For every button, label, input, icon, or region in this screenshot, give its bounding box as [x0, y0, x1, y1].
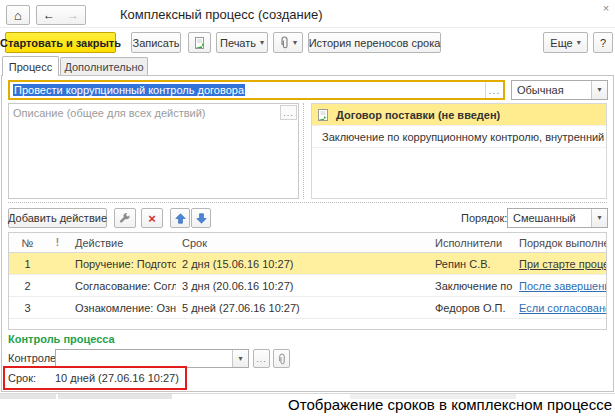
cell-action: Согласование: Согласова...: [69, 280, 176, 292]
table-header-row: № ! Действие Срок Исполнители Порядок вы…: [9, 233, 606, 253]
controller-open-button[interactable]: [273, 349, 290, 368]
paperclip-icon: [277, 353, 286, 365]
chevron-down-icon: ▾: [577, 39, 581, 47]
order-select[interactable]: Смешанный ▾: [507, 208, 608, 228]
horizontal-splitter[interactable]: [8, 202, 607, 206]
paperclip-icon: [279, 36, 289, 49]
tab-additional[interactable]: Дополнительно: [60, 57, 148, 76]
chevron-down-icon: ▾: [260, 39, 264, 47]
start-and-close-button[interactable]: Стартовать и закрыть: [5, 32, 116, 53]
home-button[interactable]: ⌂: [6, 5, 30, 25]
cell-num: 2: [9, 280, 46, 292]
subject-label: Заключение по коррупционному контролю, в…: [322, 131, 606, 143]
process-name-text: Провести коррупционный контроль договора: [10, 84, 485, 96]
term-history-button[interactable]: История переносов срока: [308, 32, 441, 53]
cell-term: 3 дня (20.06.16 10:27): [176, 280, 429, 292]
table-empty-area: [9, 319, 606, 329]
cell-term: 5 дней (27.06.16 10:27): [176, 302, 429, 314]
selected-text: Провести коррупционный контроль договора: [13, 84, 245, 96]
print-label: Печать: [220, 37, 256, 49]
order-label: Порядок:: [461, 212, 507, 224]
tab-process[interactable]: Процесс: [2, 56, 59, 76]
chevron-down-icon: ▾: [597, 214, 601, 222]
chevron-down-icon: ▾: [597, 86, 601, 94]
print-button[interactable]: Печать ▾: [216, 32, 268, 53]
col-performers: Исполнители: [429, 237, 513, 249]
order-link[interactable]: После завершения 1: [519, 280, 606, 292]
description-placeholder: Описание (общее для всех действий): [13, 107, 205, 119]
cell-action: Поручение: Подготовить ...: [69, 258, 176, 270]
cell-performers: Федоров О.П.: [429, 302, 513, 314]
move-down-button[interactable]: [191, 208, 211, 228]
forward-button[interactable]: →: [61, 5, 86, 25]
page-title: Комплексный процесс (создание): [120, 7, 323, 22]
process-name-input[interactable]: Провести коррупционный контроль договора…: [8, 80, 505, 100]
importance-select[interactable]: Обычная ▾: [511, 80, 608, 100]
more-button[interactable]: Еще ▾: [543, 32, 588, 53]
delete-x-icon: ×: [148, 212, 156, 225]
description-choose-button[interactable]: ...: [280, 105, 297, 120]
actions-table: № ! Действие Срок Исполнители Порядок вы…: [8, 232, 607, 330]
controller-choose-button[interactable]: ...: [253, 349, 270, 368]
back-arrow-icon: ←: [43, 8, 55, 22]
table-row[interactable]: 1 Поручение: Подготовить ... 2 дня (15.0…: [9, 253, 606, 275]
attachments-button[interactable]: ▾: [273, 32, 303, 53]
table-row[interactable]: 2 Согласование: Согласова... 3 дня (20.0…: [9, 275, 606, 297]
document-arrow-icon: [316, 108, 330, 122]
list-item-contract[interactable]: Договор поставки (не введен): [312, 104, 606, 126]
order-link[interactable]: Если согласовано 2: [519, 302, 606, 314]
cell-performers: Заключение по корр...: [429, 280, 513, 292]
figure-caption: Отображение сроков в комплексном процесс…: [288, 396, 612, 413]
cell-performers: Репин С.В.: [429, 258, 513, 270]
home-icon: ⌂: [14, 8, 22, 23]
importance-icon: !: [46, 237, 69, 248]
order-value: Смешанный: [508, 212, 591, 224]
add-action-label: Добавить действие: [8, 212, 107, 224]
wrench-icon: [119, 212, 131, 224]
start-and-close-label: Стартовать и закрыть: [0, 37, 121, 49]
move-up-button[interactable]: [170, 208, 190, 228]
bottom-strip-segment: [58, 394, 172, 399]
order-link[interactable]: При старте процесса: [519, 258, 606, 270]
table-row[interactable]: 3 Ознакомление: Ознакоми... 5 дней (27.0…: [9, 297, 606, 319]
cell-num: 1: [9, 258, 46, 270]
annotation-highlight-box: [3, 366, 187, 390]
col-term: Срок: [176, 237, 429, 249]
term-history-label: История переносов срока: [309, 37, 441, 49]
col-num: №: [9, 237, 46, 249]
help-label: ?: [600, 37, 606, 49]
more-label: Еще: [550, 37, 572, 49]
setup-action-button[interactable]: [114, 208, 136, 228]
col-action: Действие: [69, 237, 176, 249]
chevron-down-icon: ▾: [238, 355, 242, 363]
cell-num: 3: [9, 302, 46, 314]
vertical-splitter[interactable]: [303, 103, 308, 199]
save-label: Записать: [132, 37, 179, 49]
forward-arrow-icon: →: [67, 8, 79, 22]
document-arrow-icon: [193, 36, 207, 50]
create-based-on-button[interactable]: [188, 32, 211, 53]
importance-value: Обычная: [512, 84, 591, 96]
close-icon[interactable]: ×: [599, 2, 613, 16]
description-textarea[interactable]: Описание (общее для всех действий) ...: [8, 103, 299, 199]
header-divider: [0, 27, 615, 28]
subject-label: Договор поставки (не введен): [336, 109, 500, 121]
add-action-button[interactable]: Добавить действие: [8, 208, 107, 228]
arrow-up-icon: [175, 213, 186, 224]
list-item-conclusion[interactable]: ! Заключение по коррупционному контролю,…: [312, 126, 606, 148]
cell-term: 2 дня (15.06.16 10:27): [176, 258, 429, 270]
control-section-title: Контроль процесса: [8, 333, 115, 345]
bottom-strip-segment: [0, 394, 56, 399]
delete-action-button[interactable]: ×: [141, 208, 163, 228]
save-button[interactable]: Записать: [131, 32, 181, 53]
cell-action: Ознакомление: Ознакоми...: [69, 302, 176, 314]
tab-additional-label: Дополнительно: [64, 61, 143, 73]
tab-process-label: Процесс: [9, 61, 52, 73]
process-name-choose-button[interactable]: ...: [485, 82, 503, 98]
arrow-down-icon: [196, 213, 207, 224]
subjects-list: Договор поставки (не введен) ! Заключени…: [311, 103, 607, 199]
col-order: Порядок выполнения: [513, 237, 606, 249]
help-button[interactable]: ?: [593, 32, 613, 53]
back-button[interactable]: ←: [36, 5, 62, 25]
chevron-down-icon: ▾: [293, 39, 297, 47]
